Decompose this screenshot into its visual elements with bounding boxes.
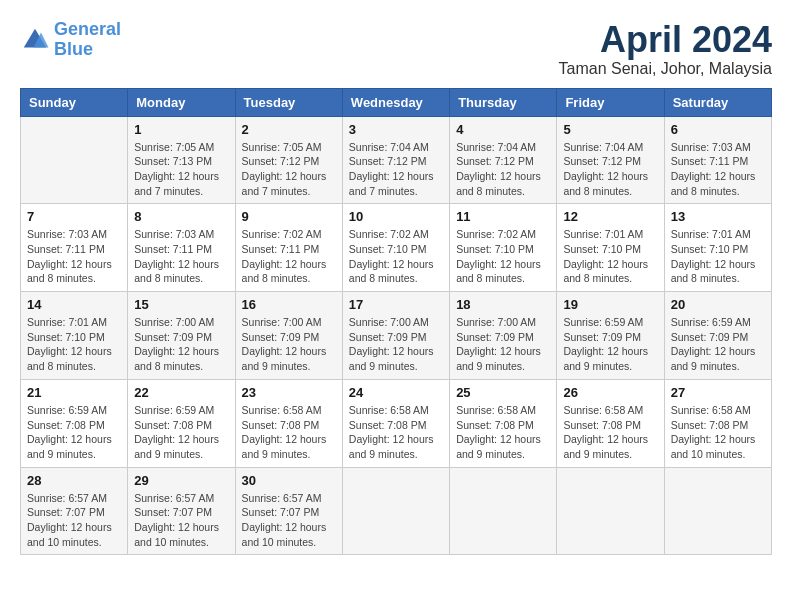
day-number: 20	[671, 297, 765, 312]
day-info: Sunrise: 6:59 AM Sunset: 7:08 PM Dayligh…	[27, 403, 121, 462]
day-number: 25	[456, 385, 550, 400]
cell-week5-day1: 29Sunrise: 6:57 AM Sunset: 7:07 PM Dayli…	[128, 467, 235, 555]
day-info: Sunrise: 6:57 AM Sunset: 7:07 PM Dayligh…	[134, 491, 228, 550]
day-info: Sunrise: 7:00 AM Sunset: 7:09 PM Dayligh…	[456, 315, 550, 374]
cell-week5-day0: 28Sunrise: 6:57 AM Sunset: 7:07 PM Dayli…	[21, 467, 128, 555]
day-number: 13	[671, 209, 765, 224]
day-info: Sunrise: 6:59 AM Sunset: 7:09 PM Dayligh…	[563, 315, 657, 374]
day-info: Sunrise: 6:58 AM Sunset: 7:08 PM Dayligh…	[242, 403, 336, 462]
cell-week4-day0: 21Sunrise: 6:59 AM Sunset: 7:08 PM Dayli…	[21, 379, 128, 467]
page-header: General Blue April 2024 Taman Senai, Joh…	[20, 20, 772, 78]
cell-week2-day5: 12Sunrise: 7:01 AM Sunset: 7:10 PM Dayli…	[557, 204, 664, 292]
day-number: 12	[563, 209, 657, 224]
cell-week5-day4	[450, 467, 557, 555]
day-info: Sunrise: 6:59 AM Sunset: 7:08 PM Dayligh…	[134, 403, 228, 462]
day-number: 9	[242, 209, 336, 224]
cell-week5-day2: 30Sunrise: 6:57 AM Sunset: 7:07 PM Dayli…	[235, 467, 342, 555]
day-info: Sunrise: 7:04 AM Sunset: 7:12 PM Dayligh…	[456, 140, 550, 199]
day-info: Sunrise: 7:02 AM Sunset: 7:10 PM Dayligh…	[349, 227, 443, 286]
cell-week4-day2: 23Sunrise: 6:58 AM Sunset: 7:08 PM Dayli…	[235, 379, 342, 467]
cell-week1-day5: 5Sunrise: 7:04 AM Sunset: 7:12 PM Daylig…	[557, 116, 664, 204]
day-number: 16	[242, 297, 336, 312]
cell-week5-day5	[557, 467, 664, 555]
day-number: 28	[27, 473, 121, 488]
cell-week5-day6	[664, 467, 771, 555]
week-row-2: 7Sunrise: 7:03 AM Sunset: 7:11 PM Daylig…	[21, 204, 772, 292]
header-thursday: Thursday	[450, 88, 557, 116]
day-info: Sunrise: 7:04 AM Sunset: 7:12 PM Dayligh…	[349, 140, 443, 199]
cell-week5-day3	[342, 467, 449, 555]
day-number: 17	[349, 297, 443, 312]
day-info: Sunrise: 6:58 AM Sunset: 7:08 PM Dayligh…	[349, 403, 443, 462]
day-info: Sunrise: 7:05 AM Sunset: 7:13 PM Dayligh…	[134, 140, 228, 199]
day-number: 8	[134, 209, 228, 224]
day-number: 18	[456, 297, 550, 312]
cell-week4-day6: 27Sunrise: 6:58 AM Sunset: 7:08 PM Dayli…	[664, 379, 771, 467]
day-info: Sunrise: 7:04 AM Sunset: 7:12 PM Dayligh…	[563, 140, 657, 199]
day-info: Sunrise: 6:58 AM Sunset: 7:08 PM Dayligh…	[456, 403, 550, 462]
day-number: 14	[27, 297, 121, 312]
day-info: Sunrise: 7:05 AM Sunset: 7:12 PM Dayligh…	[242, 140, 336, 199]
day-info: Sunrise: 6:59 AM Sunset: 7:09 PM Dayligh…	[671, 315, 765, 374]
day-number: 22	[134, 385, 228, 400]
cell-week4-day3: 24Sunrise: 6:58 AM Sunset: 7:08 PM Dayli…	[342, 379, 449, 467]
header-sunday: Sunday	[21, 88, 128, 116]
main-title: April 2024	[559, 20, 772, 60]
day-number: 3	[349, 122, 443, 137]
cell-week1-day2: 2Sunrise: 7:05 AM Sunset: 7:12 PM Daylig…	[235, 116, 342, 204]
logo-text: General Blue	[54, 20, 121, 60]
day-number: 15	[134, 297, 228, 312]
cell-week2-day1: 8Sunrise: 7:03 AM Sunset: 7:11 PM Daylig…	[128, 204, 235, 292]
cell-week1-day4: 4Sunrise: 7:04 AM Sunset: 7:12 PM Daylig…	[450, 116, 557, 204]
day-info: Sunrise: 7:01 AM Sunset: 7:10 PM Dayligh…	[671, 227, 765, 286]
day-number: 5	[563, 122, 657, 137]
calendar-body: 1Sunrise: 7:05 AM Sunset: 7:13 PM Daylig…	[21, 116, 772, 555]
header-friday: Friday	[557, 88, 664, 116]
title-block: April 2024 Taman Senai, Johor, Malaysia	[559, 20, 772, 78]
day-info: Sunrise: 7:00 AM Sunset: 7:09 PM Dayligh…	[349, 315, 443, 374]
cell-week4-day4: 25Sunrise: 6:58 AM Sunset: 7:08 PM Dayli…	[450, 379, 557, 467]
header-monday: Monday	[128, 88, 235, 116]
day-number: 30	[242, 473, 336, 488]
cell-week1-day3: 3Sunrise: 7:04 AM Sunset: 7:12 PM Daylig…	[342, 116, 449, 204]
cell-week2-day2: 9Sunrise: 7:02 AM Sunset: 7:11 PM Daylig…	[235, 204, 342, 292]
day-info: Sunrise: 7:03 AM Sunset: 7:11 PM Dayligh…	[134, 227, 228, 286]
cell-week2-day6: 13Sunrise: 7:01 AM Sunset: 7:10 PM Dayli…	[664, 204, 771, 292]
day-number: 24	[349, 385, 443, 400]
day-number: 7	[27, 209, 121, 224]
day-number: 6	[671, 122, 765, 137]
header-wednesday: Wednesday	[342, 88, 449, 116]
cell-week2-day0: 7Sunrise: 7:03 AM Sunset: 7:11 PM Daylig…	[21, 204, 128, 292]
day-info: Sunrise: 6:58 AM Sunset: 7:08 PM Dayligh…	[671, 403, 765, 462]
day-info: Sunrise: 6:57 AM Sunset: 7:07 PM Dayligh…	[242, 491, 336, 550]
cell-week2-day4: 11Sunrise: 7:02 AM Sunset: 7:10 PM Dayli…	[450, 204, 557, 292]
day-info: Sunrise: 7:02 AM Sunset: 7:10 PM Dayligh…	[456, 227, 550, 286]
cell-week3-day1: 15Sunrise: 7:00 AM Sunset: 7:09 PM Dayli…	[128, 292, 235, 380]
day-number: 10	[349, 209, 443, 224]
day-info: Sunrise: 7:01 AM Sunset: 7:10 PM Dayligh…	[563, 227, 657, 286]
logo-icon	[20, 25, 50, 55]
day-number: 23	[242, 385, 336, 400]
day-info: Sunrise: 7:01 AM Sunset: 7:10 PM Dayligh…	[27, 315, 121, 374]
day-number: 2	[242, 122, 336, 137]
day-number: 29	[134, 473, 228, 488]
day-info: Sunrise: 7:00 AM Sunset: 7:09 PM Dayligh…	[242, 315, 336, 374]
calendar-table: Sunday Monday Tuesday Wednesday Thursday…	[20, 88, 772, 556]
cell-week3-day4: 18Sunrise: 7:00 AM Sunset: 7:09 PM Dayli…	[450, 292, 557, 380]
cell-week4-day1: 22Sunrise: 6:59 AM Sunset: 7:08 PM Dayli…	[128, 379, 235, 467]
header-row: Sunday Monday Tuesday Wednesday Thursday…	[21, 88, 772, 116]
day-number: 21	[27, 385, 121, 400]
calendar-header: Sunday Monday Tuesday Wednesday Thursday…	[21, 88, 772, 116]
day-number: 26	[563, 385, 657, 400]
cell-week3-day3: 17Sunrise: 7:00 AM Sunset: 7:09 PM Dayli…	[342, 292, 449, 380]
day-number: 11	[456, 209, 550, 224]
day-info: Sunrise: 6:57 AM Sunset: 7:07 PM Dayligh…	[27, 491, 121, 550]
day-info: Sunrise: 6:58 AM Sunset: 7:08 PM Dayligh…	[563, 403, 657, 462]
day-number: 1	[134, 122, 228, 137]
week-row-5: 28Sunrise: 6:57 AM Sunset: 7:07 PM Dayli…	[21, 467, 772, 555]
logo: General Blue	[20, 20, 121, 60]
day-info: Sunrise: 7:02 AM Sunset: 7:11 PM Dayligh…	[242, 227, 336, 286]
day-number: 4	[456, 122, 550, 137]
cell-week1-day0	[21, 116, 128, 204]
day-info: Sunrise: 7:03 AM Sunset: 7:11 PM Dayligh…	[671, 140, 765, 199]
